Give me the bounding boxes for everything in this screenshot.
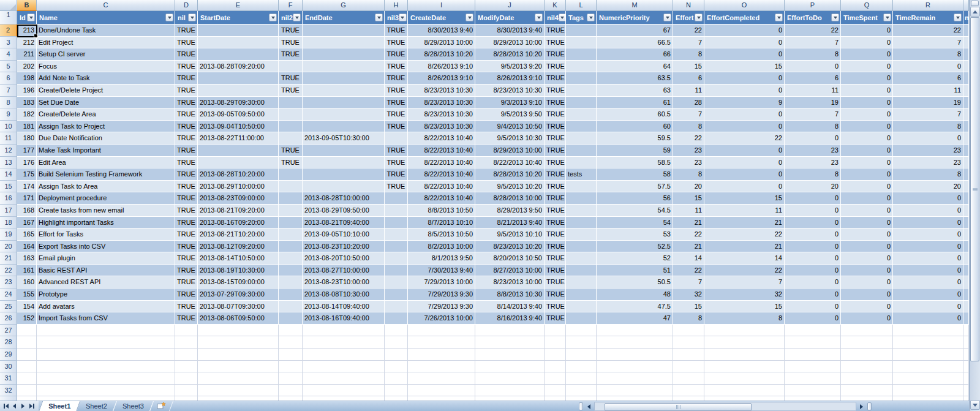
cell-O2[interactable]: 0 — [704, 25, 785, 37]
cell-G25[interactable]: 2013-08-14T09:40:00 — [303, 301, 385, 313]
row-header-5[interactable]: 5 — [0, 61, 17, 73]
cell-O3[interactable]: 0 — [704, 37, 785, 49]
cell-K2[interactable]: TRUE — [545, 25, 566, 37]
empty-cell[interactable] — [198, 396, 279, 401]
cell-N19[interactable]: 22 — [673, 228, 704, 241]
empty-cell[interactable] — [385, 361, 408, 373]
cell-K23[interactable]: TRUE — [545, 276, 566, 288]
cell-L17[interactable] — [566, 205, 597, 217]
empty-cell[interactable] — [37, 385, 175, 397]
cell-E2[interactable] — [198, 25, 279, 37]
cell-P13[interactable]: 23 — [785, 157, 841, 169]
cell-P11[interactable]: 0 — [785, 132, 841, 145]
cell-B23[interactable]: 160 — [17, 276, 37, 288]
cell-L19[interactable] — [566, 228, 597, 241]
cell-M8[interactable]: 61 — [597, 97, 673, 109]
cell-H7[interactable]: TRUE — [385, 85, 408, 97]
filter-dropdown-button[interactable] — [535, 13, 543, 21]
cell-D16[interactable]: TRUE — [175, 192, 198, 205]
cell-H12[interactable]: TRUE — [385, 145, 408, 157]
cell-C6[interactable]: Add Note to Task — [37, 72, 175, 85]
cell-R15[interactable]: 20 — [893, 181, 963, 193]
cell-Q13[interactable]: 0 — [841, 157, 893, 169]
cell-C26[interactable]: Import Tasks from CSV — [37, 312, 175, 325]
empty-cell[interactable] — [673, 349, 704, 361]
cell-P7[interactable]: 11 — [785, 85, 841, 97]
cell-partial-11[interactable] — [963, 132, 969, 145]
row-header-2[interactable]: 2 — [0, 25, 17, 37]
cell-D17[interactable]: TRUE — [175, 205, 198, 217]
empty-cell[interactable] — [893, 372, 963, 385]
cell-K19[interactable]: TRUE — [545, 228, 566, 241]
empty-cell[interactable] — [566, 385, 597, 397]
cell-H5[interactable]: TRUE — [385, 61, 408, 73]
cell-J15[interactable]: 9/5/2013 10:20 — [475, 181, 545, 193]
filter-header-nil[interactable]: nil — [175, 11, 198, 25]
empty-cell[interactable] — [893, 349, 963, 361]
row-header-31[interactable]: 31 — [0, 372, 17, 385]
empty-cell[interactable] — [704, 396, 785, 401]
cell-R5[interactable]: 0 — [893, 61, 963, 73]
empty-cell[interactable] — [37, 396, 175, 401]
cell-R10[interactable]: 8 — [893, 121, 963, 133]
cell-G22[interactable]: 2013-08-27T10:00:00 — [303, 265, 385, 277]
cell-O22[interactable]: 22 — [704, 265, 785, 277]
last-sheet-button[interactable] — [28, 402, 36, 410]
cell-G24[interactable]: 2013-08-08T10:30:00 — [303, 288, 385, 301]
cell-N17[interactable]: 11 — [673, 205, 704, 217]
cell-partial-5[interactable] — [963, 61, 969, 73]
empty-cell[interactable] — [704, 372, 785, 385]
cell-K26[interactable]: TRUE — [545, 312, 566, 325]
cell-M3[interactable]: 66.5 — [597, 37, 673, 49]
row-header-15[interactable]: 15 — [0, 181, 17, 193]
cell-N25[interactable]: 15 — [673, 301, 704, 313]
cell-O10[interactable]: 0 — [704, 121, 785, 133]
cell-partial-9[interactable] — [963, 108, 969, 121]
vscroll-thumb[interactable] — [970, 17, 979, 361]
empty-cell[interactable] — [785, 372, 841, 385]
cell-N18[interactable]: 21 — [673, 217, 704, 229]
cell-Q14[interactable]: 0 — [841, 168, 893, 181]
cell-H4[interactable]: TRUE — [385, 48, 408, 61]
cell-E20[interactable]: 2013-08-12T09:20:00 — [198, 241, 279, 253]
cell-E13[interactable] — [198, 157, 279, 169]
cell-L2[interactable] — [566, 25, 597, 37]
cell-B10[interactable]: 181 — [17, 121, 37, 133]
vscroll-down-arrow[interactable] — [970, 400, 980, 410]
cell-B6[interactable]: 198 — [17, 72, 37, 85]
cell-B7[interactable]: 196 — [17, 85, 37, 97]
empty-cell[interactable] — [785, 349, 841, 361]
cell-M2[interactable]: 67 — [597, 25, 673, 37]
cell-J8[interactable]: 9/3/2013 9:10 — [475, 97, 545, 109]
empty-cell[interactable] — [385, 336, 408, 349]
cell-H24[interactable] — [385, 288, 408, 301]
cell-H8[interactable]: TRUE — [385, 97, 408, 109]
cell-O13[interactable]: 0 — [704, 157, 785, 169]
cell-O17[interactable]: 11 — [704, 205, 785, 217]
cell-M17[interactable]: 54.5 — [597, 205, 673, 217]
cell-D5[interactable]: TRUE — [175, 61, 198, 73]
cell-N23[interactable]: 7 — [673, 276, 704, 288]
cell-G7[interactable] — [303, 85, 385, 97]
filter-header-name[interactable]: Name — [37, 11, 175, 25]
cell-M11[interactable]: 59.5 — [597, 132, 673, 145]
cell-K21[interactable]: TRUE — [545, 252, 566, 265]
cell-I7[interactable]: 8/23/2013 10:30 — [408, 85, 475, 97]
cell-E8[interactable]: 2013-08-29T09:30:00 — [198, 97, 279, 109]
cell-C16[interactable]: Deployment procedure — [37, 192, 175, 205]
cell-M5[interactable]: 64 — [597, 61, 673, 73]
filter-dropdown-button[interactable] — [27, 13, 35, 21]
empty-cell[interactable] — [963, 385, 969, 397]
empty-cell[interactable] — [279, 349, 303, 361]
cell-N16[interactable]: 15 — [673, 192, 704, 205]
cell-C8[interactable]: Set Due Date — [37, 97, 175, 109]
cell-C3[interactable]: Edit Project — [37, 37, 175, 49]
cell-C13[interactable]: Edit Area — [37, 157, 175, 169]
cell-F11[interactable] — [279, 132, 303, 145]
empty-cell[interactable] — [279, 396, 303, 401]
cell-G4[interactable] — [303, 48, 385, 61]
cell-D2[interactable]: TRUE — [175, 25, 198, 37]
cell-K10[interactable]: TRUE — [545, 121, 566, 133]
cell-R17[interactable]: 0 — [893, 205, 963, 217]
row-header-11[interactable]: 11 — [0, 132, 17, 145]
